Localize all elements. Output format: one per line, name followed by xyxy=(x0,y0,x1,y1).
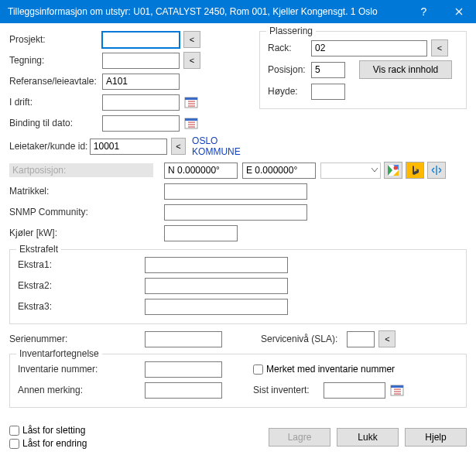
serienummer-label: Serienummer: xyxy=(9,334,145,344)
matrikkel-label: Matrikkel: xyxy=(9,186,164,197)
tegning-lookup-button[interactable]: < xyxy=(183,52,200,69)
leietaker-lookup-button[interactable]: < xyxy=(171,138,186,155)
referanse-input[interactable] xyxy=(102,74,180,90)
kjoler-input[interactable] xyxy=(164,225,238,241)
ekstra3-input[interactable] xyxy=(145,299,288,315)
ekstra1-label: Ekstra1: xyxy=(18,259,145,270)
prosjekt-label: Prosjekt: xyxy=(9,34,102,45)
leietaker-label: Leietaker/kunde id: xyxy=(9,141,90,152)
inventar-legend: Inventarfortegnelse xyxy=(16,348,102,359)
snmp-input[interactable] xyxy=(164,204,307,221)
kjoler-label: Kjøler [kW]: xyxy=(9,228,164,238)
idrift-input[interactable] xyxy=(102,94,180,111)
svg-rect-13 xyxy=(391,385,403,388)
serviceniva-lookup-button[interactable]: < xyxy=(378,330,396,347)
titlebar: Tilleggsinformasjon om utstyr: U01, CATA… xyxy=(0,0,476,23)
chevron-down-icon xyxy=(372,168,378,173)
coord-e-input[interactable] xyxy=(242,163,316,179)
svg-rect-1 xyxy=(185,98,197,100)
rack-lookup-button[interactable]: < xyxy=(431,39,448,56)
ekstra2-label: Ekstra2: xyxy=(18,280,145,291)
inventarie-input[interactable] xyxy=(145,361,222,378)
bing-icon xyxy=(411,166,419,175)
visrack-button[interactable]: Vis rack innhold xyxy=(359,60,452,79)
google-maps-button[interactable] xyxy=(384,162,402,179)
last-sletting-checkbox[interactable]: Låst for sletting xyxy=(9,425,269,436)
ekstra3-label: Ekstra3: xyxy=(18,301,145,312)
annen-label: Annen merking: xyxy=(18,385,145,395)
annen-input[interactable] xyxy=(145,382,222,399)
inventarie-label: Inventarie nummer: xyxy=(18,364,145,375)
coord-n-input[interactable] xyxy=(164,163,238,179)
tegning-label: Tegning: xyxy=(9,55,102,66)
ekstra2-input[interactable] xyxy=(145,278,288,294)
rack-label: Rack: xyxy=(268,43,311,53)
kartposisjon-label: Kartposisjon: xyxy=(9,163,153,177)
binding-label: Binding til dato: xyxy=(9,118,102,128)
binding-input[interactable] xyxy=(102,115,180,132)
ekstra1-input[interactable] xyxy=(145,257,288,273)
serienummer-input[interactable] xyxy=(145,331,222,347)
tegning-input[interactable] xyxy=(102,53,180,69)
coord-combo[interactable] xyxy=(320,163,381,179)
help-button[interactable]: ? xyxy=(406,0,441,23)
matrikkel-input[interactable] xyxy=(164,183,307,200)
hoyde-label: Høyde: xyxy=(268,86,311,97)
map-tool-button[interactable] xyxy=(427,162,446,179)
calendar-icon[interactable] xyxy=(184,95,198,109)
window-title: Tilleggsinformasjon om utstyr: U01, CATA… xyxy=(8,6,406,17)
map-tool-icon xyxy=(431,165,442,176)
snmp-label: SNMP Community: xyxy=(9,207,164,217)
hjelp-button[interactable]: Hjelp xyxy=(405,428,467,447)
serviceniva-label: Servicenivå (SLA): xyxy=(261,334,337,344)
calendar-icon[interactable] xyxy=(184,116,198,130)
merket-checkbox[interactable]: Merket med inventarie nummer xyxy=(253,364,395,375)
gmaps-icon xyxy=(388,165,399,176)
leietaker-input[interactable] xyxy=(90,139,167,155)
idrift-label: I drift: xyxy=(9,97,102,108)
merket-label: Merket med inventarie nummer xyxy=(266,364,395,375)
close-icon xyxy=(455,8,463,15)
sist-input[interactable] xyxy=(324,382,385,399)
referanse-label: Referanse/leieavtale: xyxy=(9,76,102,87)
svg-rect-6 xyxy=(185,118,197,121)
hoyde-input[interactable] xyxy=(311,84,345,100)
plassering-group: Plassering Rack: < Posisjon: Vis rack in… xyxy=(259,31,467,109)
leietaker-name-link[interactable]: OSLO KOMMUNE xyxy=(192,135,259,157)
lagre-button[interactable]: Lagre xyxy=(269,428,330,447)
close-button[interactable] xyxy=(441,0,476,23)
posisjon-label: Posisjon: xyxy=(268,64,311,75)
plassering-legend: Plassering xyxy=(266,26,316,36)
serviceniva-input[interactable] xyxy=(347,331,375,347)
prosjekt-input[interactable] xyxy=(102,32,180,48)
rack-input[interactable] xyxy=(311,40,427,56)
lukk-button[interactable]: Lukk xyxy=(337,428,399,447)
calendar-icon[interactable] xyxy=(390,383,404,397)
ekstrafelt-legend: Ekstrafelt xyxy=(16,244,61,255)
bing-maps-button[interactable] xyxy=(406,162,424,179)
svg-point-11 xyxy=(394,166,398,170)
posisjon-input[interactable] xyxy=(311,62,345,78)
last-endring-checkbox[interactable]: Låst for endring xyxy=(9,438,269,449)
sist-label: Sist inventert: xyxy=(253,385,310,395)
prosjekt-lookup-button[interactable]: < xyxy=(183,31,200,48)
